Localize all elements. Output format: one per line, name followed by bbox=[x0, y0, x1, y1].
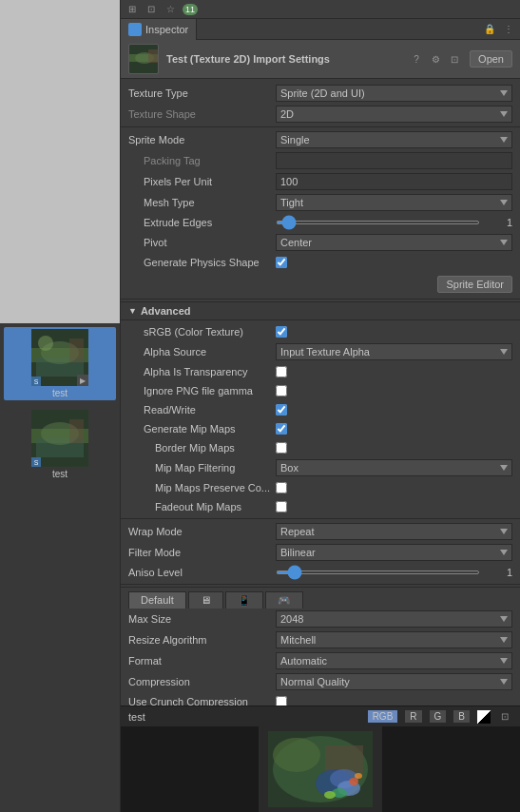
aniso-level-value[interactable]: 1 bbox=[276, 567, 512, 578]
tool-icon-3[interactable]: ☆ bbox=[163, 2, 178, 17]
compression-select[interactable]: Normal Quality bbox=[276, 673, 512, 690]
advanced-arrow-icon: ▼ bbox=[128, 306, 137, 316]
border-mip-maps-value[interactable] bbox=[276, 442, 512, 454]
mesh-type-value[interactable]: Tight bbox=[276, 194, 512, 211]
pivot-select[interactable]: Center bbox=[276, 234, 512, 251]
alpha-transparency-checkbox[interactable] bbox=[276, 366, 287, 377]
srgb-value[interactable] bbox=[276, 326, 512, 338]
generate-physics-shape-checkbox[interactable] bbox=[276, 257, 287, 268]
mip-maps-preserve-value[interactable] bbox=[276, 482, 512, 493]
mesh-type-select[interactable]: Tight bbox=[276, 194, 512, 211]
filter-mode-value[interactable]: Bilinear bbox=[276, 544, 512, 561]
channel-rgb-button[interactable]: RGB bbox=[367, 709, 399, 724]
read-write-checkbox[interactable] bbox=[276, 404, 287, 416]
alpha-source-select[interactable]: Input Texture Alpha bbox=[276, 343, 512, 360]
open-button[interactable]: Open bbox=[470, 50, 512, 68]
extrude-edges-slider[interactable] bbox=[276, 221, 480, 224]
generate-mip-maps-label: Generate Mip Maps bbox=[128, 423, 276, 435]
lock-icon[interactable]: 🔒 bbox=[482, 22, 497, 37]
crunch-compression-checkbox[interactable] bbox=[276, 696, 287, 706]
help-icon[interactable]: ? bbox=[409, 51, 424, 67]
platform-tab-console[interactable]: 🎮 bbox=[265, 591, 303, 609]
format-value[interactable]: Automatic bbox=[276, 652, 512, 669]
asset-thumb-2: S bbox=[31, 410, 88, 467]
generate-mip-maps-value[interactable] bbox=[276, 423, 512, 435]
channel-g-button[interactable]: G bbox=[429, 709, 448, 724]
sprite-mode-select[interactable]: Single bbox=[276, 131, 512, 148]
texture-shape-value[interactable]: 2D bbox=[276, 106, 512, 123]
crunch-compression-value[interactable] bbox=[276, 696, 512, 706]
generate-mip-maps-row: Generate Mip Maps bbox=[121, 419, 520, 438]
extrude-edges-value[interactable]: 1 bbox=[276, 217, 512, 228]
packing-tag-value[interactable] bbox=[276, 152, 512, 169]
platform-tab-default[interactable]: Default bbox=[128, 591, 186, 609]
advanced-section-label: Advanced bbox=[141, 305, 191, 317]
sprite-editor-button[interactable]: Sprite Editor bbox=[437, 276, 512, 293]
packing-tag-label: Packing Tag bbox=[128, 155, 276, 166]
border-mip-maps-checkbox[interactable] bbox=[276, 442, 287, 454]
fadeout-mip-maps-value[interactable] bbox=[276, 501, 512, 512]
ignore-png-gamma-value[interactable] bbox=[276, 385, 512, 396]
settings-icon[interactable]: ⚙ bbox=[428, 51, 443, 67]
texture-thumbnail bbox=[128, 44, 159, 74]
max-size-select[interactable]: 2048 bbox=[276, 610, 512, 628]
tool-icon-1[interactable]: ⊞ bbox=[125, 2, 140, 17]
packing-tag-input[interactable] bbox=[276, 152, 512, 169]
generate-physics-shape-value[interactable] bbox=[276, 257, 512, 268]
texture-shape-select[interactable]: 2D bbox=[276, 106, 512, 123]
alpha-transparency-value[interactable] bbox=[276, 366, 512, 377]
inspector-tab[interactable]: Inspector bbox=[121, 19, 197, 40]
asset-thumb-1: ▶ S bbox=[31, 329, 88, 386]
max-size-value[interactable]: 2048 bbox=[276, 610, 512, 628]
sprite-mode-row: Sprite Mode Single bbox=[121, 129, 520, 150]
pixels-per-unit-value[interactable] bbox=[276, 173, 512, 190]
mip-map-filtering-select[interactable]: Box bbox=[276, 459, 512, 476]
max-size-label: Max Size bbox=[128, 613, 276, 625]
advanced-section-header[interactable]: ▼ Advanced bbox=[121, 301, 520, 320]
badge-count: 11 bbox=[182, 2, 197, 17]
wrap-mode-select[interactable]: Repeat bbox=[276, 523, 512, 540]
alpha-source-value[interactable]: Input Texture Alpha bbox=[276, 343, 512, 360]
generate-mip-maps-checkbox[interactable] bbox=[276, 423, 287, 435]
texture-type-value[interactable]: Sprite (2D and UI) bbox=[276, 85, 512, 102]
mip-maps-preserve-checkbox[interactable] bbox=[276, 482, 287, 493]
generate-physics-shape-label: Generate Physics Shape bbox=[128, 257, 276, 268]
inspector-content: Texture Type Sprite (2D and UI) Texture … bbox=[121, 79, 520, 706]
inspector-header: Test (Texture 2D) Import Settings ? ⚙ ⊡ … bbox=[121, 40, 520, 79]
open-external-icon[interactable]: ⊡ bbox=[447, 51, 462, 67]
platform-tab-default-label: Default bbox=[141, 594, 174, 606]
format-select[interactable]: Automatic bbox=[276, 652, 512, 669]
mip-map-filtering-value[interactable]: Box bbox=[276, 459, 512, 476]
wrap-mode-value[interactable]: Repeat bbox=[276, 523, 512, 540]
platform-tab-desktop[interactable]: 🖥 bbox=[188, 591, 223, 609]
asset-item-2[interactable]: S test bbox=[4, 408, 116, 481]
tool-icon-2[interactable]: ⊡ bbox=[144, 2, 159, 17]
alpha-toggle-button[interactable] bbox=[476, 709, 491, 725]
srgb-checkbox[interactable] bbox=[276, 326, 287, 338]
compression-value[interactable]: Normal Quality bbox=[276, 673, 512, 690]
aniso-level-slider[interactable] bbox=[276, 570, 480, 574]
aniso-level-slider-value: 1 bbox=[484, 567, 512, 578]
mip-maps-preserve-label: Mip Maps Preserve Co... bbox=[128, 482, 276, 493]
filter-mode-select[interactable]: Bilinear bbox=[276, 544, 512, 561]
texture-type-select[interactable]: Sprite (2D and UI) bbox=[276, 85, 512, 102]
ignore-png-gamma-checkbox[interactable] bbox=[276, 385, 287, 396]
channel-r-button[interactable]: R bbox=[404, 709, 422, 724]
svg-point-26 bbox=[349, 778, 358, 785]
resize-algorithm-value[interactable]: Mitchell bbox=[276, 631, 512, 648]
platform-tab-mobile[interactable]: 📱 bbox=[225, 591, 263, 609]
pixels-per-unit-input[interactable] bbox=[276, 173, 512, 190]
fadeout-mip-maps-checkbox[interactable] bbox=[276, 501, 287, 512]
channel-b-button[interactable]: B bbox=[453, 709, 471, 724]
pivot-value[interactable]: Center bbox=[276, 234, 512, 251]
asset-item-1[interactable]: ▶ S test bbox=[4, 327, 116, 400]
sprite-mode-value[interactable]: Single bbox=[276, 131, 512, 148]
platform-tabs: Default 🖥 📱 🎮 bbox=[121, 587, 520, 609]
more-icon[interactable]: ⋮ bbox=[501, 22, 516, 37]
preview-expand-icon[interactable]: ⊡ bbox=[497, 709, 512, 725]
svg-point-27 bbox=[355, 773, 362, 779]
resize-algorithm-select[interactable]: Mitchell bbox=[276, 631, 512, 648]
pixels-per-unit-label: Pixels Per Unit bbox=[128, 176, 276, 187]
read-write-row: Read/Write bbox=[121, 400, 520, 419]
read-write-value[interactable] bbox=[276, 404, 512, 416]
